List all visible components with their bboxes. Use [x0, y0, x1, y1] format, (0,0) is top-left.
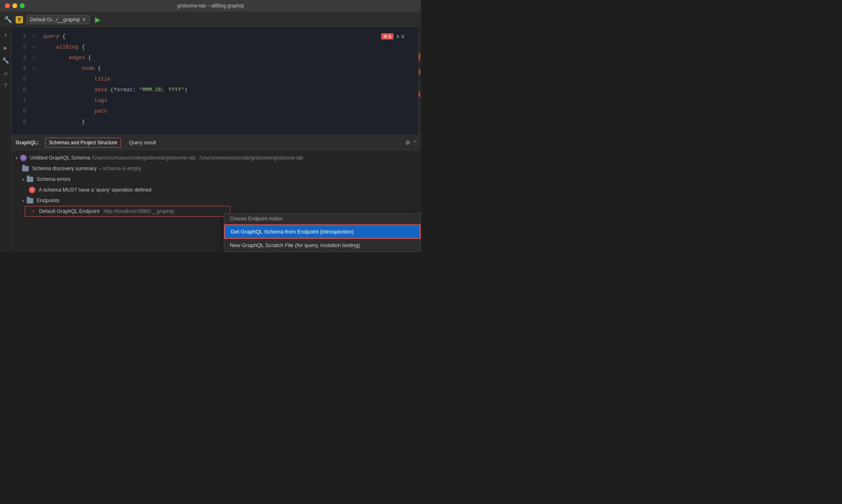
fold-gutter: ⊟ ⊟ ⊟ ⊟ — [30, 28, 38, 135]
schema-errors-row[interactable]: ▾ Schema errors — [18, 174, 421, 185]
run-button[interactable]: ▶ — [95, 15, 101, 24]
code-line-8: path — [43, 106, 416, 117]
endpoint-url-text: http://localhost:8080/__graphql — [104, 208, 174, 214]
endpoint-link-icon: ⟲ — [29, 208, 36, 215]
code-line-7: tags — [43, 95, 416, 106]
endpoints-label: Endpoints — [37, 198, 60, 203]
chevron-endpoints: ▾ — [22, 199, 24, 203]
folder-icon-errors — [27, 177, 33, 182]
code-line-2: allBlog { — [43, 42, 416, 53]
code-line-1: query { — [43, 31, 416, 42]
endpoints-row[interactable]: ▾ Endpoints — [18, 195, 421, 206]
line-num-4: 4 — [23, 63, 26, 74]
schema-icon: ⬡ — [20, 155, 27, 161]
dropdown-item-scratch[interactable]: New GraphQL Scratch File (for query, mut… — [224, 239, 421, 252]
discovery-row: Schema discovery summary – schema is emp… — [18, 163, 421, 174]
fold-5 — [30, 74, 38, 85]
chevron-errors: ▾ — [22, 177, 24, 182]
discovery-value: – schema is empty — [98, 166, 141, 171]
line-num-5: 5 — [23, 74, 26, 85]
endpoint-action-dropdown: Choose Endpoint Action Get GraphQL Schem… — [224, 213, 421, 252]
fold-1[interactable]: ⊟ — [30, 31, 38, 42]
code-editor[interactable]: 1 2 3 4 5 6 7 8 9 ⊟ ⊟ ⊟ ⊟ — [12, 28, 421, 135]
schema-tree: ▾ ⬡ Untitled GraphQL Schema /Users/oomus… — [12, 150, 421, 219]
chevron-down-icon: ▼ — [82, 17, 86, 22]
schema-path-text: /Users/oomusou/code/gridsome/gridsome-la… — [199, 155, 303, 161]
endpoint-dropdown[interactable]: Default Gr.../__graphql ▼ — [26, 15, 90, 24]
error-message-row: ! A schema MUST have a 'query' operation… — [25, 185, 421, 195]
minus-icon[interactable]: − — [413, 139, 417, 147]
endpoint-name: Default GraphQL Endpoint — [39, 208, 99, 214]
scrollbar-thumb-2 — [419, 69, 420, 75]
help-icon[interactable]: ? — [4, 83, 7, 89]
error-count-badge: ⊗ 8 — [381, 33, 393, 39]
error-number: 8 — [389, 34, 391, 39]
error-circle-icon: ! — [29, 187, 35, 193]
error-message-text: A schema MUST have a 'query' operation d… — [39, 187, 151, 193]
fold-3[interactable]: ⊟ — [30, 53, 38, 63]
line-num-3: 3 — [23, 53, 26, 63]
line-num-7: 7 — [23, 95, 26, 106]
line-num-8: 8 — [23, 106, 26, 117]
fold-9 — [30, 117, 38, 127]
line-numbers: 1 2 3 4 5 6 7 8 9 — [12, 28, 30, 135]
fold-6 — [30, 85, 38, 95]
code-line-6: date (format: "MMM.DD, YYYY") — [43, 85, 416, 95]
window-title: gridsome-lab – allBlog.graphql — [177, 3, 244, 9]
minimize-button[interactable] — [12, 3, 17, 8]
endpoint-row[interactable]: ⟲ Default GraphQL Endpoint http://localh… — [25, 206, 230, 217]
line-num-9: 9 — [23, 117, 26, 127]
scrollbar-thumb — [419, 53, 420, 61]
fold-2[interactable]: ⊟ — [30, 42, 38, 53]
tab-query-result[interactable]: Query result — [126, 138, 159, 147]
graphql-label: GraphQL: — [16, 140, 39, 146]
code-line-4: node { — [43, 63, 416, 74]
error-icon-small: ⊗ — [384, 34, 387, 39]
tools-icon[interactable]: 🔧 — [2, 57, 9, 64]
discovery-label: Schema discovery summary — [32, 166, 97, 171]
toolbar: 🔧 V Default Gr.../__graphql ▼ ▶ — [0, 12, 421, 28]
error-badge-area: ⊗ 8 ∧ ∨ — [381, 33, 405, 40]
tab-schemas[interactable]: Schemas and Project Structure — [45, 138, 121, 148]
schema-name: Untitled GraphQL Schema — [30, 155, 90, 161]
code-line-3: edges { — [43, 53, 416, 63]
window-controls — [5, 3, 25, 8]
line-num-1: 1 — [23, 31, 26, 42]
code-lines[interactable]: query { allBlog { edges { node { title d… — [38, 28, 421, 135]
code-line-9: } — [43, 117, 416, 127]
chevron-schema: ▾ — [16, 156, 18, 160]
line-num-6: 6 — [23, 85, 26, 95]
dropdown-label: Default Gr.../__graphql — [30, 17, 80, 23]
add-icon[interactable]: + — [4, 32, 7, 39]
maximize-button[interactable] — [20, 3, 25, 8]
folder-icon-discovery — [22, 166, 29, 171]
next-error-icon[interactable]: ∨ — [401, 33, 405, 40]
fold-8 — [30, 106, 38, 117]
titlebar: gridsome-lab – allBlog.graphql — [0, 0, 421, 12]
schema-root-row[interactable]: ▾ ⬡ Untitled GraphQL Schema /Users/oomus… — [12, 153, 421, 163]
config-badge: V — [16, 16, 23, 23]
panel-header: GraphQL: Schemas and Project Structure Q… — [12, 135, 421, 150]
line-num-2: 2 — [23, 42, 26, 53]
error-navigation[interactable]: ∧ ∨ — [396, 33, 405, 40]
folder-icon-endpoints — [27, 198, 33, 203]
left-sidebar: + ▶ 🔧 ↺ ? — [0, 28, 12, 252]
wrench-icon: 🔧 — [4, 16, 12, 24]
scrollbar[interactable] — [418, 28, 421, 135]
play-icon[interactable]: ▶ — [4, 44, 7, 51]
prev-error-icon[interactable]: ∧ — [396, 33, 399, 40]
close-button[interactable] — [5, 3, 10, 8]
dropdown-header: Choose Endpoint Action — [224, 213, 421, 224]
gear-icon[interactable]: ⚙ — [406, 139, 410, 147]
fold-7 — [30, 95, 38, 106]
schema-errors-label: Schema errors — [37, 176, 70, 182]
schema-path: /Users/oomusou/code/gridsome/gridsome-la… — [92, 155, 195, 161]
scrollbar-thumb-3 — [419, 91, 420, 97]
dropdown-item-introspection[interactable]: Get GraphQL Schema from Endpoint (intros… — [224, 224, 421, 239]
panel-actions: ⚙ − — [406, 139, 417, 147]
fold-4[interactable]: ⊟ — [30, 63, 38, 74]
refresh-icon[interactable]: ↺ — [4, 70, 7, 77]
code-line-5: title — [43, 74, 416, 85]
